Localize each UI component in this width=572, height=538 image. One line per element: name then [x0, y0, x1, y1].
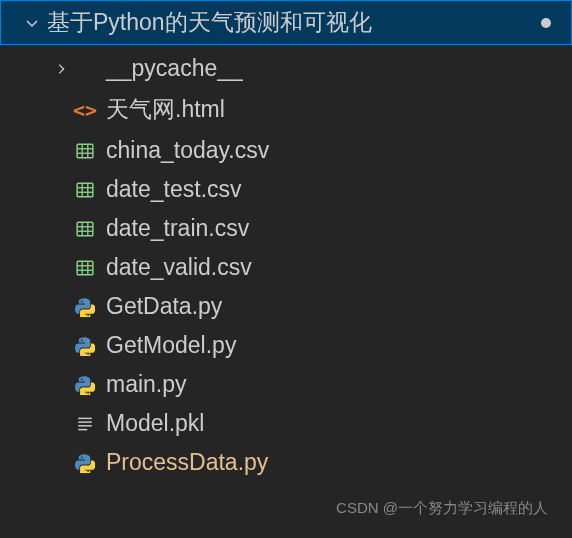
item-label: china_today.csv [106, 137, 269, 164]
svg-rect-15 [77, 261, 93, 275]
item-label: date_valid.csv [106, 254, 252, 281]
python-icon [75, 297, 95, 317]
file-item[interactable]: date_valid.csv [0, 248, 572, 287]
csv-icon [76, 142, 94, 160]
svg-rect-5 [77, 183, 93, 197]
item-label: main.py [106, 371, 187, 398]
file-item[interactable]: main.py [0, 365, 572, 404]
item-label: date_train.csv [106, 215, 249, 242]
item-label: __pycache__ [106, 55, 243, 82]
root-folder-header[interactable]: 基于Python的天气预测和可视化 [0, 0, 572, 45]
item-label: GetModel.py [106, 332, 236, 359]
csv-icon [76, 181, 94, 199]
python-icon [75, 375, 95, 395]
watermark-text: CSDN @一个努力学习编程的人 [336, 499, 548, 518]
chevron-down-icon [23, 14, 41, 32]
svg-rect-0 [77, 144, 93, 158]
item-label: GetData.py [106, 293, 222, 320]
item-label: ProcessData.py [106, 449, 268, 476]
file-tree: __pycache__<>天气网.htmlchina_today.csvdate… [0, 45, 572, 482]
file-explorer: 基于Python的天气预测和可视化 __pycache__<>天气网.htmlc… [0, 0, 572, 538]
html-icon: <> [73, 98, 97, 122]
python-icon [75, 453, 95, 473]
svg-rect-10 [77, 222, 93, 236]
modified-dot-icon [541, 18, 551, 28]
file-item[interactable]: date_train.csv [0, 209, 572, 248]
csv-icon [76, 220, 94, 238]
file-item[interactable]: china_today.csv [0, 131, 572, 170]
chevron-right-icon [50, 62, 72, 76]
item-label: date_test.csv [106, 176, 242, 203]
file-item[interactable]: GetData.py [0, 287, 572, 326]
csv-icon [76, 259, 94, 277]
file-item[interactable]: ProcessData.py [0, 443, 572, 482]
file-item[interactable]: GetModel.py [0, 326, 572, 365]
file-icon [76, 415, 94, 433]
file-item[interactable]: date_test.csv [0, 170, 572, 209]
item-label: 天气网.html [106, 94, 225, 125]
file-item[interactable]: Model.pkl [0, 404, 572, 443]
folder-item[interactable]: __pycache__ [0, 49, 572, 88]
file-item[interactable]: <>天气网.html [0, 88, 572, 131]
root-folder-name: 基于Python的天气预测和可视化 [47, 7, 541, 38]
python-icon [75, 336, 95, 356]
item-label: Model.pkl [106, 410, 204, 437]
